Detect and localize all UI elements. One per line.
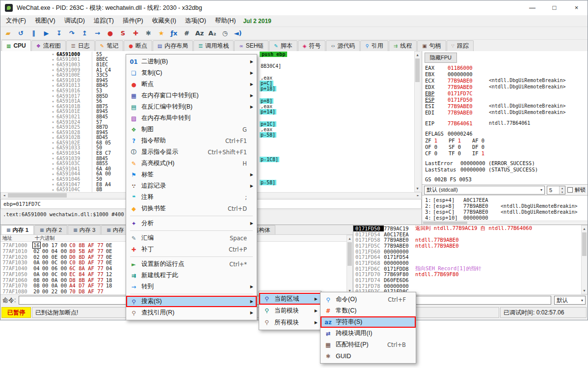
- scroll-left-icon[interactable]: ◄: [1, 193, 7, 198]
- menubar-item[interactable]: 帮助(H): [211, 15, 240, 27]
- register-row-eip[interactable]: EIP 77B64061 ntdll.77B64061: [425, 120, 586, 126]
- scroll-down-icon[interactable]: ▼: [582, 287, 587, 294]
- menu-item-trace-record[interactable]: ∵ 追踪记录 ▶: [126, 180, 257, 192]
- breakpoint-dot-icon[interactable]: ●: [50, 63, 56, 66]
- scrollbar-thumb[interactable]: [415, 58, 420, 82]
- constants-button[interactable]: #: [181, 28, 193, 39]
- last-error-row[interactable]: LastError 00000000 (ERROR_SUCCESS): [425, 160, 586, 166]
- stack-row[interactable]: 0171FD58 77B9ABE0 ntdll.77B9ABE0: [353, 237, 581, 243]
- breakpoint-dot-icon[interactable]: ●: [50, 84, 56, 87]
- command-profile-dropdown[interactable]: 默认 ▾: [554, 296, 586, 305]
- menu-item-analysis[interactable]: ✦ 分析 ▶: [126, 218, 257, 229]
- breakpoint-dot-icon[interactable]: ●: [50, 172, 56, 175]
- menu-item-toggle-bookmark[interactable]: ◆ 切换书签 Ctrl+D: [126, 203, 257, 214]
- restart-button[interactable]: ↺: [15, 28, 27, 39]
- menubar-item[interactable]: 收藏夹(I): [148, 15, 181, 27]
- cpu-flag[interactable]: PF1: [449, 138, 472, 144]
- run-button[interactable]: ▶: [40, 28, 53, 39]
- menu-item-create-thread-here[interactable]: ⇉ 新建线程于此: [126, 270, 257, 281]
- submenu-item-all-modules[interactable]: ⚲ 所有模块 ▶: [259, 316, 321, 328]
- breakpoint-dot-icon[interactable]: ●: [50, 100, 56, 103]
- calling-convention-dropdown[interactable]: 默认 (stdcall) ▾: [424, 186, 545, 195]
- scrollbar-thumb[interactable]: [423, 222, 467, 224]
- register-row[interactable]: EDI 77B9ABE0 <ntdll.DbgUiRemoteBreakin>: [425, 109, 586, 115]
- cpu-flag[interactable]: TF0: [449, 150, 472, 157]
- menubar-item[interactable]: 插件(P): [118, 15, 148, 27]
- menu-item-follow-in-memmap[interactable]: ▨ 在内存布局中转到: [126, 113, 257, 124]
- tab-cpu[interactable]: ▦ CPU: [1, 40, 31, 51]
- menu-item-assemble[interactable]: ✎ 汇编 Space: [126, 232, 257, 244]
- breakpoint-dot-icon[interactable]: ●: [50, 58, 56, 61]
- menu-item-search[interactable]: ⚲ 搜索(S) ▶: [126, 296, 257, 307]
- breakpoint-dot-icon[interactable]: ●: [50, 157, 56, 160]
- tab-graph[interactable]: ❖ 流程图: [31, 40, 66, 51]
- menu-item-goto[interactable]: → 转到 ▶: [126, 281, 257, 292]
- titlebar[interactable]: WeChat.exe - PID: 263C - 模块: wechatwin.d…: [0, 0, 588, 15]
- breakpoint-dot-icon[interactable]: ●: [50, 74, 56, 77]
- stack-row[interactable]: 0171FD74 D60FE6D6: [353, 277, 581, 283]
- patch-button[interactable]: ✚: [130, 28, 142, 39]
- menu-item-follow-in-dump[interactable]: ▦ 在内存窗口中转到(E) ▶: [126, 90, 257, 101]
- spinner-up-icon[interactable]: ▲: [560, 186, 565, 190]
- stack-row[interactable]: 0171FD5C 77B9ABE0 ntdll.77B9ABE0: [353, 243, 581, 249]
- menu-item-binary[interactable]: 01 二进制(B) ▶: [126, 56, 257, 67]
- breakpoint-dot-icon[interactable]: ●: [50, 89, 56, 92]
- scroll-down-icon[interactable]: ▼: [415, 185, 420, 192]
- menu-item-search-strings[interactable]: az 字符串(S): [321, 316, 416, 328]
- menu-item-label[interactable]: ⚑ 标签 ▶: [126, 169, 257, 180]
- tab-script[interactable]: ✎ 脚本: [269, 40, 297, 51]
- tab-notes[interactable]: ✎ 笔记: [95, 40, 123, 51]
- fx-button[interactable]: ƒx: [168, 28, 180, 39]
- disasm-vertical-scrollbar[interactable]: ▲ ▼: [414, 51, 421, 192]
- register-row[interactable]: EBX 00000000: [425, 71, 586, 77]
- argument-row[interactable]: 4: [esp+10] 00000000: [425, 215, 588, 221]
- register-row[interactable]: ESI 77B9ABE0 <ntdll.DbgUiRemoteBreakin>: [425, 103, 586, 109]
- time-button[interactable]: ◷: [219, 28, 231, 39]
- pause-button[interactable]: ‖: [27, 28, 40, 39]
- cpu-flag[interactable]: CF0: [425, 150, 449, 157]
- argument-row[interactable]: 3: [esp+C] 77B9ABE0 <ntdll.DbgUiRemoteBr…: [425, 209, 588, 215]
- breakpoint-dot-icon[interactable]: ●: [50, 162, 56, 165]
- unlock-checkbox[interactable]: 解锁: [567, 186, 586, 194]
- scroll-up-icon[interactable]: ▲: [582, 226, 587, 232]
- favourites-button[interactable]: ★: [155, 28, 167, 39]
- settings-button[interactable]: ✱: [142, 28, 155, 39]
- breakpoint-dot-icon[interactable]: ●: [50, 53, 56, 56]
- strings-button[interactable]: Az: [193, 28, 206, 39]
- dump-tab[interactable]: ▦ 内存 1: [1, 225, 34, 234]
- stack-row[interactable]: 0171FD60 00000000: [353, 249, 581, 255]
- breakpoint-dot-icon[interactable]: ●: [50, 79, 56, 82]
- breakpoint-dot-icon[interactable]: ●: [50, 188, 56, 191]
- breakpoint-dot-icon[interactable]: ●: [50, 105, 56, 108]
- menu-item-breakpoint[interactable]: ● 断点 ▶: [126, 79, 257, 90]
- register-row[interactable]: EDX 77B9ABE0 <ntdll.DbgUiRemoteBreakin>: [425, 84, 586, 90]
- tab-memory-map[interactable]: ▤ 内存布局: [153, 40, 193, 51]
- menu-item-set-new-origin[interactable]: ► 设置新的运行点 Ctrl+*: [126, 258, 257, 270]
- tab-handles[interactable]: ▣ 句柄: [417, 40, 446, 51]
- scrollbar-track[interactable]: [582, 232, 587, 287]
- breakpoint-dot-icon[interactable]: ●: [50, 131, 56, 134]
- argument-row[interactable]: 1: [esp+4] A0C17EEA: [425, 197, 588, 203]
- menubar-item[interactable]: 文件(F): [1, 15, 30, 27]
- scrollbar-track[interactable]: [347, 242, 352, 287]
- maximize-button[interactable]: □: [543, 0, 565, 15]
- scrollbar-thumb[interactable]: [8, 193, 67, 198]
- cpu-flag[interactable]: SF0: [449, 144, 472, 150]
- dump-vertical-scrollbar[interactable]: ▲ ▼: [347, 235, 353, 294]
- dump-tab[interactable]: ▦ 内存 2: [34, 225, 67, 234]
- breakpoint-button[interactable]: ●: [104, 28, 116, 39]
- menu-item-show-mnemonic-brief[interactable]: ⓘ 显示指令提示 Ctrl+Shift+F1: [126, 146, 257, 158]
- breakpoint-dot-icon[interactable]: ●: [50, 136, 56, 139]
- step-out-button[interactable]: ↥: [79, 28, 91, 39]
- breakpoint-dot-icon[interactable]: ●: [50, 120, 56, 123]
- argument-count-spinner[interactable]: 5 ▲▼: [547, 186, 565, 195]
- argument-row[interactable]: 2: [esp+8] 77B9ABE0 <ntdll.DbgUiRemoteBr…: [425, 203, 588, 209]
- register-row[interactable]: EBP 0171FD7C: [425, 90, 586, 96]
- script-button[interactable]: S: [117, 28, 129, 39]
- menu-item-follow-in-disasm[interactable]: ▤ 在反汇编中转到(B) ▶: [126, 101, 257, 113]
- tab-symbols[interactable]: ◈ 符号: [298, 40, 326, 51]
- step-into-button[interactable]: ↧: [53, 28, 65, 39]
- breakpoint-dot-icon[interactable]: ●: [50, 68, 56, 71]
- breakpoint-dot-icon[interactable]: ●: [50, 115, 56, 118]
- menubar-item[interactable]: 选项(O): [181, 15, 211, 27]
